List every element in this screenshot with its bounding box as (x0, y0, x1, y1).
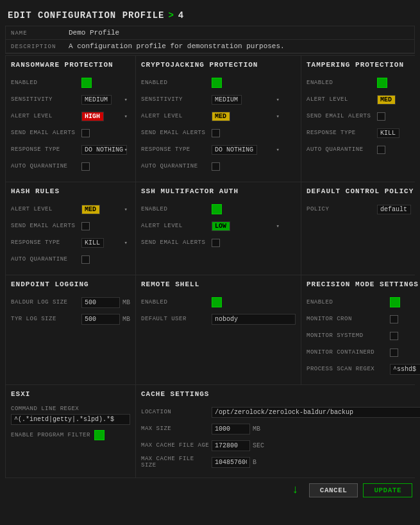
crypto-alert-field: ALERT LEVEL MED (141, 110, 296, 123)
ransomware-email-field: SEND EMAIL ALERTS (11, 126, 130, 139)
tampering-alert-label: ALERT LEVEL (307, 96, 377, 103)
crypto-alert-wrapper: MED (212, 112, 282, 121)
hash-email-label: SEND EMAIL ALERTS (11, 223, 81, 229)
baldur-input[interactable] (81, 297, 120, 308)
tampering-alert-field: ALERT LEVEL MED (307, 93, 420, 106)
cache-settings-section: CACHE SETTINGS LOCATION MAX SIZE MB MAX … (136, 385, 420, 478)
tampering-quarantine-label: AUTO QUARANTINE (307, 146, 377, 153)
ransomware-response-field: RESPONSE TYPE DO NOTHING (11, 143, 130, 156)
process-scan-input[interactable] (390, 364, 420, 375)
crypto-sensitivity-select[interactable]: MEDIUM (212, 95, 242, 105)
tampering-enabled-indicator[interactable] (377, 78, 387, 88)
ransomware-sensitivity-select[interactable]: MEDIUM (81, 95, 112, 105)
tampering-title: TAMPERING PROTECTION (307, 61, 420, 71)
remote-user-input[interactable] (212, 314, 296, 325)
crypto-email-checkbox[interactable] (212, 129, 220, 137)
hash-alert-wrapper: MED (81, 205, 130, 214)
baldur-unit: MB (122, 299, 130, 306)
esxi-section: ESXI COMMAND LINE REGEX ENABLE PROGRAM F… (6, 385, 135, 478)
cache-location-field: LOCATION (141, 406, 420, 418)
tampering-quarantine-checkbox[interactable] (377, 146, 385, 154)
hash-email-checkbox[interactable] (81, 222, 90, 230)
tampering-email-label: SEND EMAIL ALERTS (307, 113, 377, 119)
cache-max-file-size-input[interactable] (212, 457, 250, 468)
remote-shell-section: REMOTE SHELL ENABLED DEFAULT USER (136, 275, 301, 384)
ssh-alert-select[interactable]: LOW (212, 221, 230, 231)
ransomware-title: RANSOMWARE PROTECTION (11, 61, 130, 71)
monitor-systemd-label: MONITOR SYSTEMD (307, 332, 390, 339)
process-scan-label: PROCESS SCAN REGEX (307, 366, 390, 372)
crypto-sensitivity-wrapper: MEDIUM (212, 95, 282, 105)
monitor-containerd-checkbox[interactable] (390, 349, 398, 357)
tampering-email-checkbox[interactable] (377, 112, 385, 121)
ransomware-sensitivity-field: SENSITIVITY MEDIUM (11, 93, 130, 106)
remote-shell-title: REMOTE SHELL (141, 280, 296, 291)
cache-max-age-input[interactable] (212, 440, 250, 451)
esxi-program-field: ENABLE PROGRAM FILTER (11, 429, 130, 442)
crypto-enabled-label: ENABLED (141, 80, 212, 86)
crypto-quarantine-checkbox[interactable] (212, 162, 220, 171)
esxi-program-indicator[interactable] (94, 430, 105, 440)
cache-max-size-input[interactable] (212, 424, 250, 435)
ransomware-email-checkbox[interactable] (81, 129, 90, 137)
hash-alert-select[interactable]: MED (81, 205, 100, 214)
hash-alert-label: ALERT LEVEL (11, 206, 81, 212)
monitor-containerd-field: MONITOR CONTAINERD (307, 346, 420, 359)
monitor-cron-field: MONITOR CRON (307, 313, 420, 325)
tampering-alert-select[interactable]: MED (377, 95, 396, 105)
hash-quarantine-checkbox[interactable] (81, 255, 90, 264)
ransomware-response-wrapper: DO NOTHING (81, 145, 130, 155)
hash-rules-section: HASH RULES ALERT LEVEL MED SEND EMAIL AL… (6, 182, 135, 275)
tyr-field: TYR LOG SIZE MB (11, 313, 130, 325)
monitor-cron-checkbox[interactable] (390, 315, 398, 323)
cache-max-file-size-label: MAX CACHE FILE SIZE (141, 456, 212, 469)
default-control-section: DEFAULT CONTROL POLICY POLICY default (301, 182, 420, 275)
esxi-program-label: ENABLE PROGRAM FILTER (11, 432, 90, 438)
ssh-alert-wrapper: LOW (212, 221, 282, 231)
tyr-input[interactable] (81, 314, 120, 325)
precision-enabled-indicator[interactable] (390, 297, 400, 307)
crypto-response-field: RESPONSE TYPE DO NOTHING (141, 143, 296, 156)
remote-enabled-indicator[interactable] (212, 297, 222, 307)
esxi-cmd-field: COMMAND LINE REGEX (11, 406, 130, 425)
crypto-enabled-field: ENABLED (141, 76, 296, 89)
tampering-response-select[interactable]: KILL (377, 128, 399, 138)
crypto-response-select[interactable]: DO NOTHING (212, 145, 257, 155)
tampering-email-field: SEND EMAIL ALERTS (307, 110, 420, 123)
cache-max-size-unit: MB (253, 426, 260, 433)
hash-email-field: SEND EMAIL ALERTS (11, 219, 130, 232)
crypto-email-label: SEND EMAIL ALERTS (141, 130, 212, 136)
precision-enabled-label: ENABLED (307, 299, 390, 306)
policy-select[interactable]: default (377, 205, 411, 214)
name-label: NAME (11, 29, 69, 37)
crypto-enabled-indicator[interactable] (212, 78, 222, 88)
esxi-cmd-input[interactable] (11, 414, 130, 425)
hash-response-select[interactable]: KILL (81, 238, 104, 248)
sections-grid: RANSOMWARE PROTECTION ENABLED SENSITIVIT… (5, 55, 415, 478)
ransomware-enabled-field: ENABLED (11, 76, 130, 89)
ransomware-alert-select[interactable]: HIGH (81, 112, 104, 121)
desc-label: DESCRIPTION (11, 42, 69, 50)
endpoint-logging-title: ENDPOINT LOGGING (11, 280, 130, 291)
cache-location-input[interactable] (212, 407, 420, 418)
ransomware-alert-label: ALERT LEVEL (11, 113, 81, 119)
crypto-email-field: SEND EMAIL ALERTS (141, 126, 296, 139)
hash-response-wrapper: KILL (81, 238, 130, 248)
default-control-title: DEFAULT CONTROL POLICY (307, 187, 420, 198)
monitor-systemd-checkbox[interactable] (390, 332, 398, 340)
process-scan-field: PROCESS SCAN REGEX (307, 363, 420, 375)
ransomware-alert-field: ALERT LEVEL HIGH (11, 110, 130, 123)
esxi-title: ESXI (11, 390, 130, 400)
precision-enabled-field: ENABLED (307, 296, 420, 309)
ransomware-response-select[interactable]: DO NOTHING (81, 145, 127, 155)
ssh-email-checkbox[interactable] (212, 239, 220, 247)
hash-rules-title: HASH RULES (11, 187, 130, 198)
ransomware-quarantine-checkbox[interactable] (81, 162, 90, 171)
update-button[interactable]: UPDATE (363, 483, 412, 497)
crypto-alert-select[interactable]: MED (212, 112, 230, 121)
ransomware-enabled-indicator[interactable] (81, 78, 92, 88)
cancel-button[interactable]: CANCEL (309, 483, 358, 497)
monitor-cron-label: MONITOR CRON (307, 316, 390, 322)
ransomware-enabled-label: ENABLED (11, 80, 81, 86)
ssh-enabled-indicator[interactable] (212, 204, 222, 214)
